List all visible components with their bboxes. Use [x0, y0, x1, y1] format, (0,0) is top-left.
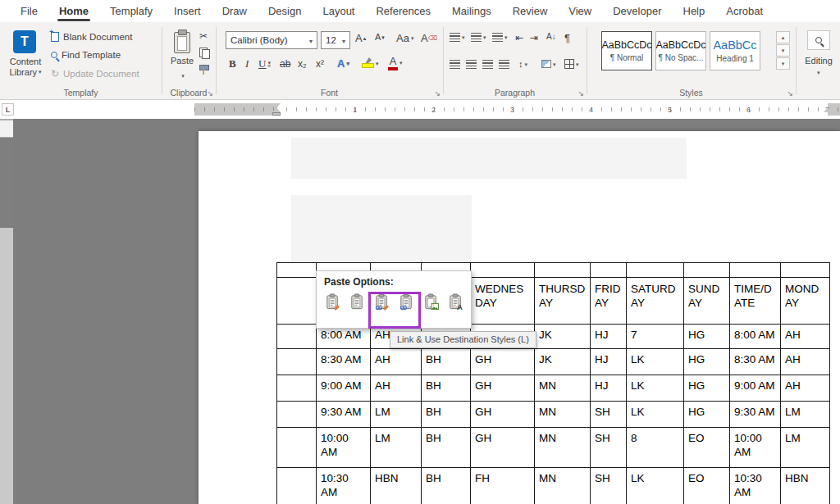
content-library-button[interactable]: Content	[2, 57, 49, 66]
menu-tab-templafy[interactable]: Templafy	[99, 0, 163, 22]
align-left-button[interactable]	[450, 60, 460, 69]
menu-tab-draw[interactable]: Draw	[212, 0, 258, 22]
bold-button[interactable]: B	[229, 58, 236, 69]
table-cell[interactable]: BH	[422, 402, 471, 428]
subscript-button[interactable]: x₂	[298, 59, 307, 69]
menu-tab-view[interactable]: View	[558, 0, 602, 22]
align-center-button[interactable]	[466, 60, 477, 69]
styles-scroll-down[interactable]: ▾	[776, 44, 790, 57]
table-cell[interactable]: JK	[535, 349, 591, 375]
clear-formatting-button[interactable]: A⌫	[421, 33, 437, 43]
paragraph-dialog-launcher[interactable]	[578, 90, 584, 98]
menu-tab-insert[interactable]: Insert	[163, 0, 212, 22]
table-cell[interactable]: BH	[422, 349, 471, 375]
table-cell[interactable]: EO	[684, 468, 730, 504]
table-cell[interactable]: AH	[781, 375, 830, 402]
clipboard-dialog-launcher[interactable]	[207, 90, 213, 98]
sort-button[interactable]: A↓	[546, 33, 556, 41]
table-cell[interactable]: LK	[627, 402, 684, 428]
show-marks-button[interactable]: ¶	[564, 33, 570, 43]
table-cell[interactable]: AH	[781, 349, 830, 375]
paste-option-keep-source-formatting[interactable]	[323, 291, 343, 313]
left-indent-marker[interactable]	[272, 112, 281, 116]
line-spacing-button[interactable]: ↕	[518, 60, 527, 69]
table-cell[interactable]	[627, 263, 684, 278]
horizontal-ruler[interactable]	[276, 103, 828, 116]
table-cell[interactable]: 8	[627, 428, 684, 468]
paste-option-picture[interactable]	[422, 291, 441, 313]
table-cell[interactable]: LK	[627, 468, 684, 504]
table-cell[interactable]: WEDNESDAY	[471, 278, 535, 325]
highlight-button[interactable]	[362, 57, 379, 69]
table-cell[interactable]	[277, 468, 317, 504]
table-cell[interactable]: SH	[591, 402, 627, 428]
paste-option-keep-text-only[interactable]: A	[446, 291, 466, 313]
table-cell[interactable]	[730, 263, 781, 278]
strikethrough-button[interactable]: ab	[280, 59, 290, 69]
menu-tab-acrobat[interactable]: Acrobat	[715, 0, 774, 22]
table-cell[interactable]: LM	[371, 402, 422, 428]
content-library-caret[interactable]: Library	[2, 67, 49, 77]
table-cell[interactable]	[277, 349, 317, 375]
table-cell[interactable]: 8:00 AM	[730, 325, 781, 349]
paste-option-use-destination-styles[interactable]	[348, 291, 368, 313]
ruler-left-margin[interactable]	[194, 103, 276, 116]
text-effects-button[interactable]: A	[337, 58, 349, 69]
numbering-button[interactable]	[471, 33, 486, 42]
table-cell[interactable]: 7	[627, 325, 684, 349]
table-cell[interactable]: HG	[684, 375, 730, 402]
table-cell[interactable]: MN	[535, 468, 591, 504]
menu-tab-references[interactable]: References	[365, 0, 441, 22]
superscript-button[interactable]: x²	[316, 59, 324, 69]
table-cell[interactable]: SH	[591, 468, 627, 504]
table-cell[interactable]: GH	[471, 375, 535, 402]
table-cell[interactable]: LK	[627, 349, 684, 375]
font-size-select[interactable]: 12	[321, 31, 350, 49]
table-cell[interactable]: JK	[535, 325, 591, 349]
table-cell[interactable]: 9:00 AM	[730, 375, 781, 402]
table-cell[interactable]: HJ	[591, 375, 627, 402]
table-cell[interactable]: FRIDAY	[591, 278, 627, 325]
table-cell[interactable]: 9:30 AM	[317, 402, 371, 428]
style-card-heading-1[interactable]: AaBbCcHeading 1	[710, 31, 760, 70]
table-cell[interactable]: MN	[535, 375, 591, 402]
table-cell[interactable]: BH	[422, 468, 471, 504]
table-cell[interactable]: 10:30 AM	[730, 468, 781, 504]
table-cell[interactable]: GH	[471, 349, 535, 375]
borders-button[interactable]	[564, 59, 579, 69]
table-cell[interactable]: AH	[371, 349, 422, 375]
table-cell[interactable]: 10:00 AM	[730, 428, 781, 468]
table-cell[interactable]: MONDAY	[781, 278, 830, 325]
table-cell[interactable]: MN	[535, 428, 591, 468]
table-cell[interactable]: LM	[781, 428, 830, 468]
multilevel-list-button[interactable]	[492, 33, 508, 42]
table-cell[interactable]: AH	[371, 375, 422, 402]
bullets-button[interactable]	[450, 33, 465, 42]
table-cell[interactable]	[591, 263, 627, 278]
styles-dialog-launcher[interactable]	[787, 90, 793, 98]
table-cell[interactable]: HG	[684, 349, 730, 375]
tab-selector[interactable]: L	[2, 103, 14, 116]
table-cell[interactable]: BH	[422, 375, 471, 402]
right-indent-marker[interactable]	[824, 107, 832, 112]
paste-button[interactable]: Paste	[168, 29, 196, 83]
table-cell[interactable]: THURSDAY	[535, 278, 591, 325]
editing-button[interactable]	[807, 30, 830, 50]
table-cell[interactable]: 10:30 AM	[317, 468, 371, 504]
style-card-no-spac[interactable]: AaBbCcDc¶ No Spac...	[655, 31, 706, 70]
content-library-icon[interactable]: T	[13, 30, 36, 53]
style-card-normal[interactable]: AaBbCcDc¶ Normal	[601, 31, 652, 70]
editing-caret[interactable]	[815, 70, 820, 75]
table-cell[interactable]	[277, 402, 317, 428]
menu-tab-design[interactable]: Design	[258, 0, 312, 22]
table-cell[interactable]	[684, 263, 730, 278]
table-cell[interactable]: SATURDAY	[627, 278, 684, 325]
table-cell[interactable]: HBN	[371, 468, 422, 504]
table-cell[interactable]: GH	[471, 402, 535, 428]
table-cell[interactable]: GH	[471, 428, 535, 468]
menu-tab-layout[interactable]: Layout	[312, 0, 365, 22]
italic-button[interactable]: I	[245, 58, 249, 69]
table-cell[interactable]: FH	[471, 468, 535, 504]
change-case-button[interactable]: Aa	[396, 33, 413, 43]
vertical-ruler[interactable]	[0, 119, 13, 504]
